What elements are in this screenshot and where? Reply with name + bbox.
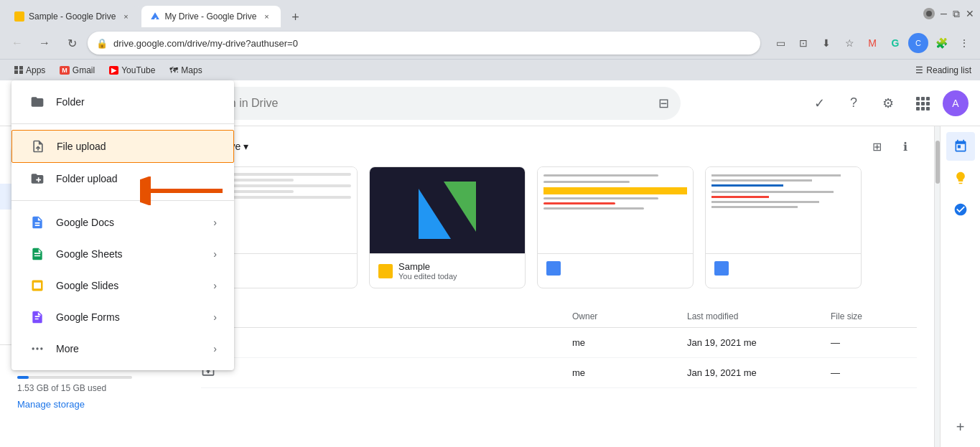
- more-arrow-icon: ›: [213, 343, 217, 354]
- tab-sample-title: Sample - Google Drive: [29, 11, 116, 22]
- new-tab-button[interactable]: +: [285, 7, 305, 27]
- scrollbar[interactable]: [934, 126, 940, 447]
- settings-icon-button[interactable]: ⚙: [874, 89, 902, 118]
- table-row[interactable]: me Jan 19, 2021 me —: [201, 358, 917, 388]
- apps-grid-button[interactable]: [908, 89, 937, 118]
- tasks-panel-button[interactable]: [946, 195, 975, 224]
- maximize-button[interactable]: ⧉: [953, 8, 960, 20]
- search-options-icon[interactable]: ⊟: [658, 95, 669, 111]
- slides-menu-icon: [29, 277, 46, 294]
- grid-view-button[interactable]: ⊞: [865, 135, 888, 158]
- menu-item-google-docs[interactable]: Google Docs ›: [11, 207, 234, 238]
- more-menu-icon: [29, 340, 46, 357]
- svg-rect-2: [921, 97, 925, 100]
- info-button[interactable]: ℹ: [894, 135, 917, 158]
- user-avatar[interactable]: A: [943, 90, 969, 116]
- svg-rect-1: [916, 97, 920, 100]
- window-controls: – ⧉ ✕: [923, 7, 974, 20]
- calendar-panel-button[interactable]: [946, 132, 975, 161]
- menu-item-more[interactable]: More ›: [11, 333, 234, 364]
- address-text: drive.google.com/drive/my-drive?authuser…: [113, 38, 752, 49]
- lock-icon: 🔒: [96, 38, 108, 49]
- col-size-header: File size: [831, 311, 917, 321]
- col-size-label: File size: [831, 311, 862, 321]
- add-panel-button-wrap: +: [946, 413, 975, 447]
- grammarly-icon[interactable]: G: [885, 33, 905, 53]
- gmail-ext-icon[interactable]: M: [862, 33, 882, 53]
- reading-list-button[interactable]: ☰ Reading list: [915, 65, 971, 75]
- menu-item-file-upload[interactable]: File upload: [11, 130, 234, 163]
- bookmark-maps-label: Maps: [181, 65, 202, 75]
- screenshot-button[interactable]: ⊡: [793, 33, 813, 53]
- sheets-menu-icon: [29, 245, 46, 263]
- bookmark-button[interactable]: ☆: [839, 33, 859, 53]
- menu-item-google-forms[interactable]: Google Forms ›: [11, 301, 234, 333]
- menu-item-google-slides-label: Google Slides: [56, 280, 118, 291]
- forms-menu-icon: [29, 309, 46, 326]
- bookmark-apps[interactable]: Apps: [9, 64, 51, 77]
- cursor-ext-icon[interactable]: C: [908, 33, 928, 53]
- reading-list-icon: ☰: [915, 65, 923, 75]
- col-owner-label: Owner: [572, 311, 597, 321]
- apps-grid-icon: [14, 66, 23, 75]
- back-button[interactable]: ←: [6, 32, 29, 55]
- toolbar-right: ⊞ ℹ: [865, 135, 917, 158]
- search-input[interactable]: [200, 97, 650, 110]
- download-button[interactable]: ⬇: [816, 33, 836, 53]
- file-info-3: [538, 253, 693, 283]
- address-bar-row: ← → ↻ 🔒 drive.google.com/drive/my-drive?…: [0, 27, 980, 59]
- search-input-wrap[interactable]: 🔍 ⊟: [164, 87, 681, 120]
- row-modified-2: Jan 19, 2021 me: [687, 367, 831, 378]
- tab-my-drive[interactable]: My Drive - Google Drive ×: [141, 6, 281, 27]
- folder-menu-icon: [29, 93, 46, 110]
- menu-item-google-docs-label: Google Docs: [56, 217, 114, 228]
- overflow-menu[interactable]: ⋮: [954, 33, 974, 53]
- puzzle-icon[interactable]: 🧩: [931, 33, 951, 53]
- menu-item-folder-upload[interactable]: Folder upload: [11, 163, 234, 194]
- tab-sample-close[interactable]: ×: [120, 11, 131, 22]
- forward-button[interactable]: →: [33, 32, 56, 55]
- add-panel-button[interactable]: +: [946, 413, 975, 441]
- file-upload-menu-icon: [29, 138, 47, 155]
- row-name-2: [201, 364, 572, 382]
- storage-text: 1.53 GB of 15 GB used: [17, 383, 167, 393]
- svg-rect-4: [916, 102, 920, 105]
- menu-item-google-slides[interactable]: Google Slides ›: [11, 270, 234, 301]
- table-row[interactable]: me Jan 19, 2021 me —: [201, 328, 917, 358]
- file-card-sample[interactable]: Sample You edited today: [369, 166, 526, 288]
- svg-rect-5: [921, 102, 925, 105]
- col-modified-label: Last modified: [687, 311, 738, 321]
- tab-sample-favicon: [14, 11, 24, 22]
- close-button[interactable]: ✕: [966, 8, 974, 19]
- menu-item-google-sheets[interactable]: Google Sheets ›: [11, 238, 234, 270]
- menu-item-more-label: More: [56, 343, 79, 354]
- address-bar[interactable]: 🔒 drive.google.com/drive/my-drive?authus…: [88, 32, 760, 55]
- manage-storage-link[interactable]: Manage storage: [17, 399, 167, 410]
- storage-bar: [17, 376, 29, 379]
- check-icon-button[interactable]: ✓: [805, 89, 834, 118]
- docs-arrow-icon: ›: [213, 217, 217, 228]
- file-card-4[interactable]: [705, 166, 862, 288]
- bookmark-maps[interactable]: 🗺 Maps: [164, 64, 207, 77]
- col-owner-header: Owner: [572, 311, 687, 321]
- bookmark-apps-label: Apps: [26, 65, 45, 75]
- keep-panel-button[interactable]: [946, 164, 975, 192]
- docs-menu-icon: [29, 214, 46, 231]
- drive-content: My Drive ▾ ⊞ ℹ: [184, 126, 934, 447]
- cast-button[interactable]: ▭: [770, 33, 790, 53]
- tab-my-drive-close[interactable]: ×: [261, 11, 272, 22]
- menu-item-folder[interactable]: Folder: [11, 86, 234, 118]
- slides-arrow-icon: ›: [213, 280, 217, 291]
- bookmark-youtube[interactable]: ▶ YouTube: [103, 64, 161, 77]
- tab-my-drive-title: My Drive - Google Drive: [164, 11, 256, 22]
- svg-point-10: [32, 347, 34, 349]
- scroll-thumb[interactable]: [935, 141, 940, 184]
- minimize-button[interactable]: –: [941, 7, 947, 20]
- tab-sample[interactable]: Sample - Google Drive ×: [6, 6, 140, 27]
- col-name-header: Name ↓: [201, 311, 572, 321]
- table-header: Name ↓ Owner Last modified File size: [201, 306, 917, 328]
- reload-button[interactable]: ↻: [60, 32, 83, 55]
- file-card-3[interactable]: [537, 166, 694, 288]
- help-icon-button[interactable]: ?: [839, 89, 868, 118]
- bookmark-gmail[interactable]: M Gmail: [54, 64, 101, 77]
